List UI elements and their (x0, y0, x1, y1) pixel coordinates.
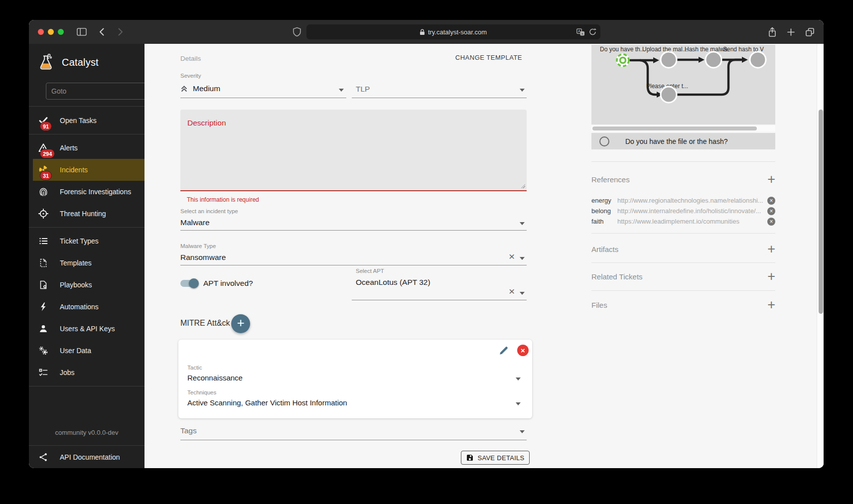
tactic-select[interactable]: Reconnaissance (187, 374, 243, 382)
chevron-down-icon[interactable] (520, 222, 525, 225)
change-template-button[interactable]: CHANGE TEMPLATE (414, 54, 522, 61)
apt-toggle-knob[interactable] (189, 278, 199, 288)
details-section-title: Details (180, 55, 201, 62)
graph-node[interactable] (706, 52, 721, 68)
tab-overview-icon[interactable] (805, 27, 815, 37)
reference-name[interactable]: faith (591, 218, 617, 225)
save-details-button[interactable]: SAVE DETAILS (461, 451, 530, 465)
reference-name[interactable]: energy (591, 197, 617, 204)
reference-url[interactable]: https://www.leadimplement.io/communities (617, 218, 763, 225)
traffic-lights (36, 29, 64, 35)
incidents-badge: 31 (40, 171, 52, 180)
sidebar-item-threat-hunting[interactable]: Threat Hunting (29, 203, 144, 225)
files-title: Files (591, 301, 607, 309)
sidebar-item-jobs[interactable]: Jobs (29, 362, 144, 383)
browser-window: try.catalyst-soar.com Ax (29, 20, 824, 468)
divider (591, 262, 775, 263)
sidebar-item-open-tasks[interactable]: 91 Open Tasks (29, 110, 144, 131)
edit-pencil-icon[interactable] (498, 346, 509, 356)
save-floppy-icon (466, 454, 474, 462)
chevron-down-icon[interactable] (516, 402, 521, 405)
list-icon (37, 235, 50, 248)
close-window-button[interactable] (38, 29, 44, 35)
sidebar-item-ticket-types[interactable]: Ticket Types (29, 230, 144, 252)
chevron-down-icon[interactable] (520, 430, 525, 433)
page-scrollbar-thumb[interactable] (819, 110, 823, 314)
sidebar-item-users-api-keys[interactable]: Users & API Keys (29, 318, 144, 340)
clear-icon[interactable]: × (509, 286, 515, 296)
sidebar-item-playbooks[interactable]: Playbooks (29, 274, 144, 296)
task-radio[interactable] (599, 136, 609, 146)
add-reference-icon[interactable]: + (767, 174, 775, 184)
open-tasks-badge: 91 (40, 122, 52, 131)
reference-url[interactable]: http://www.internalredefine.info/holisti… (617, 207, 763, 215)
add-related-ticket-icon[interactable]: + (767, 271, 775, 281)
chevron-down-icon[interactable] (516, 378, 521, 380)
graph-scrollbar[interactable] (591, 126, 775, 131)
address-bar[interactable]: try.catalyst-soar.com Ax (306, 24, 600, 39)
playbook-graph[interactable]: Do you have th... Upload the mal... Hash… (591, 45, 775, 125)
graph-node[interactable] (661, 87, 677, 103)
crosshair-icon (37, 207, 50, 220)
maximize-window-button[interactable] (58, 29, 64, 35)
reference-item: energy http://www.regionaltechnologies.n… (591, 195, 775, 206)
sidebar-item-incidents[interactable]: 31 Incidents (33, 159, 144, 181)
reload-icon[interactable] (589, 28, 596, 36)
remove-reference-icon[interactable]: × (767, 197, 775, 205)
techniques-select[interactable]: Active Scanning, Gather Victim Host Info… (187, 398, 347, 407)
tags-select[interactable]: Tags (180, 426, 197, 435)
tlp-select[interactable]: TLP (356, 85, 370, 94)
select-apt-select[interactable]: OceanLotus (APT 32) (356, 278, 430, 287)
divider (591, 233, 775, 234)
sidebar-item-forensic-investigations[interactable]: Forensic Investigations (29, 181, 144, 203)
catalyst-flask-logo (37, 53, 55, 72)
new-tab-icon[interactable] (787, 28, 795, 36)
goto-row (29, 81, 144, 107)
severity-underline (180, 98, 346, 98)
graph-node-label: Upload the mal... (642, 46, 688, 53)
sidebar-item-api-documentation[interactable]: API Documentation (29, 445, 144, 468)
share-network-icon (37, 451, 50, 464)
reference-name[interactable]: belong (591, 207, 617, 215)
severity-select[interactable]: Medium (179, 84, 346, 93)
resize-grip[interactable] (521, 184, 525, 188)
brand-row: Catalyst (29, 44, 144, 81)
sidebar-toggle-icon[interactable] (77, 27, 87, 36)
chevron-down-icon[interactable] (520, 89, 525, 92)
add-file-icon[interactable]: + (767, 300, 775, 310)
description-textarea[interactable]: Description (180, 110, 527, 191)
privacy-shield-icon[interactable] (292, 27, 301, 37)
radiation-icon: 31 (37, 163, 50, 176)
translate-icon[interactable]: Ax (576, 28, 585, 36)
apt-toggle[interactable] (180, 280, 198, 287)
minimize-window-button[interactable] (48, 29, 54, 35)
chevron-down-icon[interactable] (339, 89, 344, 92)
remove-reference-icon[interactable]: × (767, 218, 775, 226)
graph-node[interactable] (661, 52, 677, 68)
sidebar-item-automations[interactable]: Automations (29, 296, 144, 318)
incident-type-select[interactable]: Malware (180, 218, 210, 227)
sidebar-item-alerts[interactable]: 294 Alerts (29, 137, 144, 159)
goto-input[interactable] (46, 83, 147, 100)
sidebar-item-templates[interactable]: Templates (29, 252, 144, 274)
graph-node[interactable] (750, 52, 766, 68)
back-button[interactable] (98, 27, 107, 36)
chevron-down-icon[interactable] (520, 257, 525, 260)
remove-reference-icon[interactable]: × (767, 207, 775, 215)
add-artifact-icon[interactable]: + (767, 244, 775, 254)
url-text: try.catalyst-soar.com (428, 28, 487, 36)
mitre-add-button[interactable]: + (231, 314, 250, 333)
graph-scrollbar-thumb[interactable] (592, 126, 757, 130)
malware-type-select[interactable]: Ransomware (180, 253, 226, 262)
sidebar-item-user-data[interactable]: User Data (29, 340, 144, 362)
playbook-task-row[interactable]: Do you have the file or the hash? (591, 133, 775, 149)
clear-icon[interactable]: × (509, 251, 515, 261)
forward-button[interactable] (116, 27, 125, 36)
page-scrollbar[interactable] (817, 44, 824, 468)
share-icon[interactable] (768, 27, 777, 37)
graph-node-start[interactable] (616, 54, 630, 67)
delete-circle-icon[interactable]: × (517, 345, 529, 356)
reference-url[interactable]: http://www.regionaltechnologies.name/rel… (617, 197, 763, 204)
tlp-underline (352, 98, 527, 98)
chevron-down-icon[interactable] (520, 292, 525, 295)
